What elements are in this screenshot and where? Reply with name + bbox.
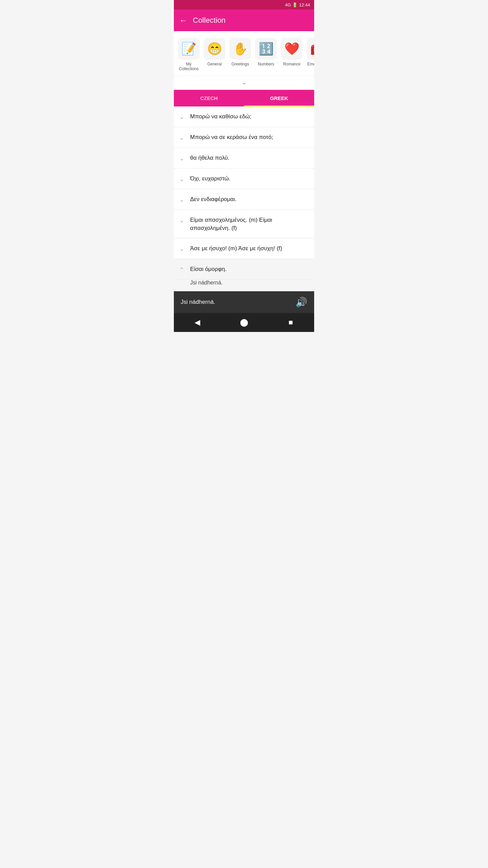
audio-bar-text: Jsi nádherná. bbox=[181, 299, 215, 305]
expand-row[interactable]: ⌄ bbox=[174, 76, 314, 90]
app-header: ← Collection bbox=[174, 9, 314, 31]
category-item-greetings[interactable]: ✋ Greetings bbox=[228, 37, 252, 68]
phrase-chevron-icon-4: ⌄ bbox=[179, 175, 184, 183]
expand-chevron-icon[interactable]: ⌄ bbox=[241, 78, 247, 86]
phrase-item-8[interactable]: ⌄ Είσαι όμορφη. Jsi nádherná. bbox=[174, 259, 314, 291]
header-title: Collection bbox=[193, 16, 226, 25]
phrase-item-6[interactable]: ⌄ Είμαι απασχολημένος. (m) Είμαι απασχολ… bbox=[174, 210, 314, 239]
battery-icon: 🔋 bbox=[292, 2, 298, 7]
phrase-item-2[interactable]: ⌄ Μπορώ να σε κεράσω ένα ποτό; bbox=[174, 127, 314, 148]
clock: 12:44 bbox=[299, 2, 310, 7]
category-row: 📝 My Collections 😁 General ✋ Greetings 🔢… bbox=[177, 37, 311, 73]
category-label-general: General bbox=[207, 62, 222, 66]
phrase-header-8[interactable]: ⌄ Είσαι όμορφη. bbox=[174, 259, 314, 280]
phrase-chevron-col-2: ⌄ bbox=[179, 133, 190, 141]
category-icon-greetings: ✋ bbox=[229, 38, 251, 60]
phrase-text-8: Είσαι όμορφη. bbox=[190, 265, 309, 273]
network-indicator: 4G bbox=[285, 2, 291, 7]
phrase-item-7[interactable]: ⌄ Άσε με ήσυχο! (m) Άσε με ήσυχη! (f) bbox=[174, 238, 314, 259]
category-icon-numbers: 🔢 bbox=[255, 38, 277, 60]
phrase-chevron-icon-6: ⌄ bbox=[179, 217, 184, 224]
phrase-item-1[interactable]: ⌄ Μπορώ να καθίσω εδώ; bbox=[174, 106, 314, 127]
phrase-text-4: Όχι, ευχαριστώ. bbox=[190, 175, 309, 183]
category-label-greetings: Greetings bbox=[231, 62, 249, 66]
category-label-emergency: Emergency bbox=[307, 62, 314, 66]
nav-back-button[interactable]: ◀ bbox=[189, 314, 205, 331]
category-item-numbers[interactable]: 🔢 Numbers bbox=[254, 37, 278, 68]
category-icon-general: 😁 bbox=[204, 38, 225, 60]
category-item-romance[interactable]: ❤️ Romance bbox=[280, 37, 304, 68]
phrase-chevron-col-1: ⌄ bbox=[179, 113, 190, 121]
phrase-text-3: θα ήθελα πολύ. bbox=[190, 154, 309, 162]
phrase-sub-8: Jsi nádherná. bbox=[174, 280, 314, 291]
phrase-item-4[interactable]: ⌄ Όχι, ευχαριστώ. bbox=[174, 169, 314, 189]
category-icon-romance: ❤️ bbox=[281, 38, 303, 60]
phrase-item-5[interactable]: ⌄ Δεν ενδιαφέρομαι. bbox=[174, 189, 314, 210]
category-scroll: 📝 My Collections 😁 General ✋ Greetings 🔢… bbox=[174, 31, 314, 76]
category-icon-emergency: 🧰 bbox=[307, 38, 314, 60]
phrase-chevron-col-4: ⌄ bbox=[179, 175, 190, 183]
back-button[interactable]: ← bbox=[179, 16, 187, 25]
language-tabs: CZECHGREEK bbox=[174, 90, 314, 106]
category-item-emergency[interactable]: 🧰 Emergency bbox=[305, 37, 314, 68]
category-label-romance: Romance bbox=[283, 62, 300, 66]
category-label-my-collections: My Collections bbox=[178, 62, 200, 72]
phrase-chevron-icon-7: ⌄ bbox=[179, 245, 184, 253]
phrase-chevron-icon-5: ⌄ bbox=[179, 196, 184, 203]
phrase-item-3[interactable]: ⌄ θα ήθελα πολύ. bbox=[174, 148, 314, 169]
phrase-chevron-col-3: ⌄ bbox=[179, 154, 190, 162]
phrase-chevron-icon-8: ⌄ bbox=[179, 266, 184, 273]
phrase-text-5: Δεν ενδιαφέρομαι. bbox=[190, 195, 309, 203]
phrase-chevron-col-7: ⌄ bbox=[179, 244, 190, 253]
category-label-numbers: Numbers bbox=[258, 62, 274, 66]
nav-bar: ◀ ⬤ ■ bbox=[174, 313, 314, 332]
phrase-text-1: Μπορώ να καθίσω εδώ; bbox=[190, 113, 309, 121]
status-bar: 4G 🔋 12:44 bbox=[174, 0, 314, 9]
phrase-chevron-col-6: ⌄ bbox=[179, 216, 190, 224]
nav-home-button[interactable]: ⬤ bbox=[236, 314, 252, 331]
phrase-chevron-col-5: ⌄ bbox=[179, 195, 190, 203]
phrase-text-6: Είμαι απασχολημένος. (m) Είμαι απασχολημ… bbox=[190, 216, 309, 232]
category-item-my-collections[interactable]: 📝 My Collections bbox=[177, 37, 201, 73]
phrase-text-7: Άσε με ήσυχο! (m) Άσε με ήσυχη! (f) bbox=[190, 244, 309, 253]
phrase-list: ⌄ Μπορώ να καθίσω εδώ; ⌄ Μπορώ να σε κερ… bbox=[174, 106, 314, 292]
phrase-chevron-col-8: ⌄ bbox=[179, 265, 190, 273]
audio-bar: Jsi nádherná. 🔊 bbox=[174, 291, 314, 313]
tab-greek[interactable]: GREEK bbox=[244, 90, 314, 106]
audio-play-icon[interactable]: 🔊 bbox=[296, 297, 307, 308]
category-icon-my-collections: 📝 bbox=[178, 38, 200, 60]
category-item-general[interactable]: 😁 General bbox=[202, 37, 227, 68]
phrase-chevron-icon-3: ⌄ bbox=[179, 155, 184, 162]
nav-recent-button[interactable]: ■ bbox=[283, 314, 299, 331]
phrase-chevron-icon-1: ⌄ bbox=[179, 113, 184, 121]
phrase-text-2: Μπορώ να σε κεράσω ένα ποτό; bbox=[190, 133, 309, 141]
tab-czech[interactable]: CZECH bbox=[174, 90, 244, 106]
phrase-chevron-icon-2: ⌄ bbox=[179, 134, 184, 141]
status-icons: 4G 🔋 12:44 bbox=[285, 2, 310, 7]
